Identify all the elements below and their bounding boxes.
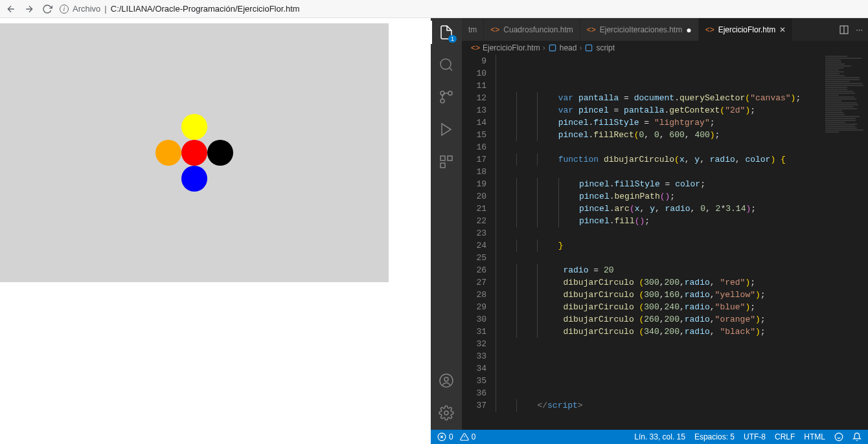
svg-marker-4 [442, 124, 451, 135]
dirty-indicator: ● [686, 25, 691, 35]
browser-viewport [0, 18, 431, 444]
address-url: C:/LILIANA/Oracle-Programación/Ejercicio… [111, 4, 300, 14]
status-lang[interactable]: HTML [804, 432, 825, 441]
close-icon[interactable]: ✕ [779, 25, 786, 34]
circle-orange [155, 140, 181, 166]
file-icon: <> [705, 25, 714, 34]
minimap[interactable] [823, 55, 868, 430]
split-editor-icon[interactable] [839, 25, 849, 35]
file-icon: <> [587, 25, 596, 34]
extensions-icon[interactable] [437, 153, 455, 171]
svg-point-20 [835, 433, 843, 441]
status-errors[interactable]: 0 [437, 432, 453, 441]
tab-label: EjercicioIteraciones.htm [600, 25, 682, 34]
code-content[interactable]: var pantalla = document.querySelector("c… [496, 55, 868, 430]
svg-point-3 [440, 91, 444, 95]
address-label: Archivo [73, 4, 100, 14]
more-icon[interactable]: ··· [856, 25, 863, 34]
info-icon: i [60, 5, 69, 14]
status-spaces[interactable]: Espacios: 5 [694, 432, 735, 441]
svg-point-8 [440, 374, 453, 387]
svg-rect-5 [440, 156, 445, 161]
feedback-icon[interactable] [834, 432, 843, 441]
status-bar: 0 0 Lín. 33, col. 15 Espacios: 5 UTF-8 C… [431, 430, 868, 444]
file-icon: <> [490, 25, 499, 34]
svg-rect-14 [586, 45, 592, 50]
address-sep: | [104, 4, 106, 14]
svg-point-1 [448, 91, 452, 95]
reload-button[interactable] [41, 3, 53, 15]
vscode-pane: 1 tm<>Cuadrosfuncion.htm<>EjercicioItera… [431, 18, 868, 444]
explorer-icon[interactable]: 1 [437, 23, 455, 41]
svg-point-10 [444, 411, 448, 415]
tabs-actions: ··· [834, 18, 868, 41]
explorer-badge: 1 [448, 35, 457, 43]
back-button[interactable] [5, 3, 17, 15]
canvas-area [0, 23, 389, 282]
tab-ejercicioflor-htm[interactable]: <>EjercicioFlor.htm✕ [699, 18, 794, 41]
circle-blue [181, 166, 207, 192]
circle-yellow [181, 114, 207, 140]
tab-cuadrosfuncion-htm[interactable]: <>Cuadrosfuncion.htm [484, 18, 580, 41]
tab-tm[interactable]: tm [462, 18, 484, 41]
tab-label: Cuadrosfuncion.htm [503, 25, 573, 34]
bell-icon[interactable] [852, 432, 862, 441]
circle-black [207, 140, 233, 166]
tab-ejercicioiteraciones-htm[interactable]: <>EjercicioIteraciones.htm● [580, 18, 699, 41]
svg-point-0 [440, 59, 451, 69]
status-encoding[interactable]: UTF-8 [744, 432, 766, 441]
svg-point-9 [444, 377, 448, 381]
source-control-icon[interactable] [437, 88, 455, 106]
svg-rect-7 [440, 163, 445, 168]
activity-bar: 1 [431, 18, 462, 430]
symbol-icon [548, 43, 557, 52]
status-eol[interactable]: CRLF [775, 432, 795, 441]
svg-rect-13 [549, 45, 555, 50]
tab-label: tm [468, 25, 477, 34]
svg-rect-6 [448, 156, 452, 161]
run-icon[interactable] [437, 120, 455, 139]
gear-icon[interactable] [437, 404, 455, 422]
line-gutter: 9101112131415161718192021222324252627282… [462, 55, 496, 430]
editor-body[interactable]: 9101112131415161718192021222324252627282… [462, 55, 868, 430]
browser-toolbar: i Archivo | C:/LILIANA/Oracle-Programaci… [0, 0, 868, 18]
address-bar[interactable]: i Archivo | C:/LILIANA/Oracle-Programaci… [60, 4, 300, 14]
symbol-icon [584, 43, 593, 52]
breadcrumb-script: script [596, 43, 615, 52]
breadcrumb-file: EjercicioFlor.htm [483, 43, 540, 52]
chevron-right-icon: › [579, 43, 582, 52]
svg-point-2 [440, 99, 444, 103]
status-warnings[interactable]: 0 [460, 432, 476, 441]
account-icon[interactable] [437, 372, 455, 390]
forward-button[interactable] [23, 3, 35, 15]
circle-red [181, 140, 207, 166]
search-icon[interactable] [437, 56, 455, 74]
editor-area: tm<>Cuadrosfuncion.htm<>EjercicioIteraci… [462, 18, 868, 430]
chevron-right-icon: › [543, 43, 545, 52]
status-lncol[interactable]: Lín. 33, col. 15 [634, 432, 685, 441]
breadcrumb-head: head [560, 43, 577, 52]
breadcrumb[interactable]: <> EjercicioFlor.htm › head › script [462, 41, 868, 55]
tabs-row: tm<>Cuadrosfuncion.htm<>EjercicioIteraci… [462, 18, 868, 41]
file-icon: <> [471, 43, 480, 52]
tab-label: EjercicioFlor.htm [718, 25, 776, 34]
